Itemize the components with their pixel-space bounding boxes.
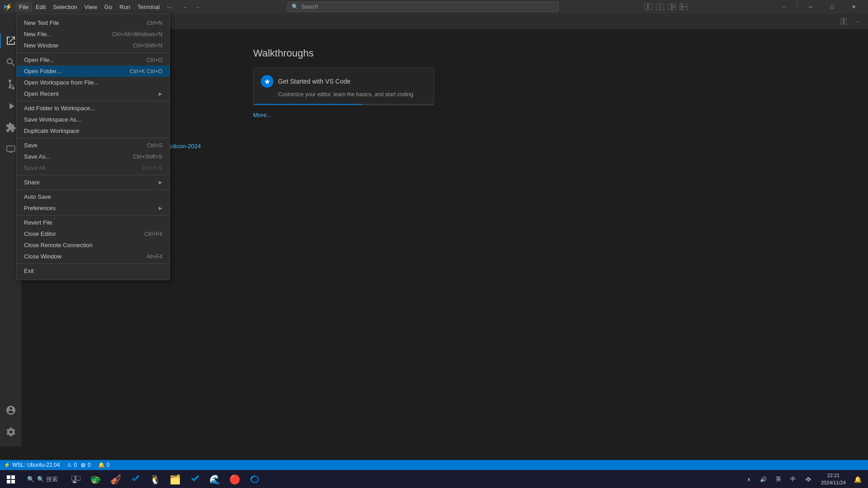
taskbar-apps: 🐲 🎻 🐧 🗂️ 🌊 🔴 xyxy=(67,471,264,488)
sys-tray-ime[interactable]: 英 xyxy=(772,475,785,483)
more-actions-button[interactable]: ··· xyxy=(774,0,794,14)
remote-status-item[interactable]: ⚡ WSL: Ubuntu-22.04 xyxy=(0,460,63,470)
nav-forward-button[interactable]: → xyxy=(192,1,203,12)
info-icon: ⊗ xyxy=(80,461,86,469)
vscode-window: ⚡ File Edit Selection View Go Run Termin… xyxy=(0,0,868,470)
menu-group-exit: Exit xyxy=(17,264,170,278)
taskbar-app-edge[interactable] xyxy=(246,471,264,488)
file-dropdown-menu: New Text File Ctrl+N New File... Ctrl+Al… xyxy=(16,14,170,280)
more-editor-actions-button[interactable]: ··· xyxy=(852,15,864,28)
taskbar-app-taskview[interactable] xyxy=(67,471,85,488)
menu-open-file[interactable]: Open File... Ctrl+O xyxy=(17,54,170,66)
layout-icon-2[interactable] xyxy=(655,2,665,12)
menu-open-workspace[interactable]: Open Workspace from File... xyxy=(17,77,170,88)
taskbar-app-wave[interactable]: 🌊 xyxy=(206,471,224,488)
more-walkthroughs[interactable]: More... xyxy=(253,112,434,118)
svg-rect-20 xyxy=(71,476,75,480)
taskbar-app-music[interactable]: 🎻 xyxy=(107,471,125,488)
menu-selection[interactable]: Selection xyxy=(49,2,80,12)
menu-group-new: New Text File Ctrl+N New File... Ctrl+Al… xyxy=(17,16,170,53)
star-icon: ★ xyxy=(264,77,270,86)
layout-icon-3[interactable] xyxy=(667,2,677,12)
svg-rect-14 xyxy=(840,18,843,24)
menu-save[interactable]: Save Ctrl+S xyxy=(17,140,170,151)
status-bar: ⚡ WSL: Ubuntu-22.04 ⚠ 0 ⊗ 0 🔔 0 xyxy=(0,460,868,470)
warning-icon: ⚠ xyxy=(67,462,72,468)
taskbar-app-vscode2[interactable] xyxy=(186,471,204,488)
bell-icon: 🔔 xyxy=(98,462,105,468)
layout-icon-4[interactable] xyxy=(679,2,689,12)
layout-icon-1[interactable] xyxy=(643,2,653,12)
menu-close-remote[interactable]: Close Remote Connection xyxy=(17,239,170,251)
svg-text:⚡: ⚡ xyxy=(5,3,12,11)
menu-edit[interactable]: Edit xyxy=(32,2,49,12)
menu-exit[interactable]: Exit xyxy=(17,265,170,277)
search-icon: 🔍 xyxy=(292,4,298,10)
taskbar-datetime[interactable]: 22:21 2024/11/24 xyxy=(817,472,849,486)
menu-share[interactable]: Share xyxy=(17,177,170,188)
menu-add-folder[interactable]: Add Folder to Workspace... xyxy=(17,103,170,114)
title-search-bar[interactable]: 🔍 Search xyxy=(288,2,559,12)
taskbar-app-folder[interactable]: 🗂️ xyxy=(166,471,184,488)
menu-new-file[interactable]: New File... Ctrl+Alt+Windows+N xyxy=(17,28,170,40)
menu-new-text-file[interactable]: New Text File Ctrl+N xyxy=(17,17,170,28)
menu-terminal[interactable]: Terminal xyxy=(134,2,163,12)
menu-new-window[interactable]: New Window Ctrl+Shift+N xyxy=(17,40,170,51)
taskbar-app-penguin[interactable]: 🐧 xyxy=(146,471,165,488)
menu-open-folder[interactable]: Open Folder... Ctrl+K Ctrl+O xyxy=(17,66,170,77)
menu-duplicate-workspace[interactable]: Duplicate Workspace xyxy=(17,125,170,136)
menu-more[interactable]: ··· xyxy=(163,2,175,12)
notification-button[interactable]: 🔔 xyxy=(851,476,864,483)
settings-activity-icon[interactable] xyxy=(0,421,22,443)
menu-save-workspace[interactable]: Save Workspace As... xyxy=(17,114,170,125)
search-placeholder: Search xyxy=(301,4,318,10)
menu-auto-save[interactable]: Auto Save xyxy=(17,191,170,202)
svg-rect-7 xyxy=(672,7,676,10)
menu-go[interactable]: Go xyxy=(101,2,116,12)
sys-tray-ime2[interactable]: 中 xyxy=(787,475,799,483)
walkthrough-card[interactable]: ★ Get Started with VS Code Customize you… xyxy=(253,67,434,105)
menu-save-as[interactable]: Save As... Ctrl+Shift+S xyxy=(17,151,170,162)
menu-file[interactable]: File xyxy=(15,2,32,12)
menu-group-save: Save Ctrl+S Save As... Ctrl+Shift+S Save… xyxy=(17,138,170,175)
notifications-status-item[interactable]: 🔔 0 xyxy=(94,460,113,470)
menu-open-recent[interactable]: Open Recent xyxy=(17,88,170,99)
ime2-label: 中 xyxy=(790,475,796,483)
menu-run[interactable]: Run xyxy=(116,2,134,12)
taskbar-search-text: 🔍 搜索 xyxy=(37,475,58,483)
sys-tray-network[interactable] xyxy=(801,476,816,483)
remote-label: WSL: Ubuntu-22.04 xyxy=(12,462,60,468)
nav-back-button[interactable]: ← xyxy=(180,1,191,12)
menu-revert-file[interactable]: Revert File xyxy=(17,217,170,228)
menu-close-editor[interactable]: Close Editor Ctrl+F4 xyxy=(17,228,170,239)
sys-tray-volume[interactable]: 🔊 xyxy=(756,476,770,483)
errors-status-item[interactable]: ⚠ 0 ⊗ 0 xyxy=(63,460,94,470)
svg-rect-5 xyxy=(668,4,671,10)
walkthroughs-title: Walkthroughs xyxy=(253,47,434,59)
menu-close-window[interactable]: Close Window Alt+F4 xyxy=(17,251,170,262)
taskbar-app-dragon[interactable]: 🐲 xyxy=(87,471,105,488)
more-link[interactable]: More... xyxy=(253,112,271,118)
ime-label: 英 xyxy=(776,475,781,483)
menu-preferences[interactable]: Preferences xyxy=(17,202,170,214)
time-display: 22:21 xyxy=(827,472,840,479)
svg-rect-8 xyxy=(679,4,681,10)
maximize-button[interactable]: □ xyxy=(822,0,843,14)
menu-view[interactable]: View xyxy=(81,2,101,12)
svg-rect-16 xyxy=(7,475,10,479)
taskbar-app-vscode[interactable] xyxy=(127,471,145,488)
minimize-button[interactable]: ─ xyxy=(800,0,821,14)
progress-bar xyxy=(254,104,434,105)
account-activity-icon[interactable] xyxy=(0,399,22,421)
taskbar-search[interactable]: 🔍 🔍 搜索 xyxy=(22,474,63,485)
walkthrough-card-title: Get Started with VS Code xyxy=(278,78,350,85)
windows-taskbar: 🔍 🔍 搜索 🐲 🎻 🐧 🗂️ 🌊 🔴 xyxy=(0,470,868,488)
close-button[interactable]: ✕ xyxy=(844,0,864,14)
start-button[interactable] xyxy=(0,470,22,488)
sys-tray-expand[interactable]: ∧ xyxy=(743,476,755,483)
notification-icon: 🔔 xyxy=(854,476,862,483)
svg-rect-1 xyxy=(644,4,647,10)
split-editor-button[interactable] xyxy=(837,15,850,28)
menu-group-autosave: Auto Save Preferences xyxy=(17,190,170,216)
taskbar-app-red[interactable]: 🔴 xyxy=(226,471,244,488)
